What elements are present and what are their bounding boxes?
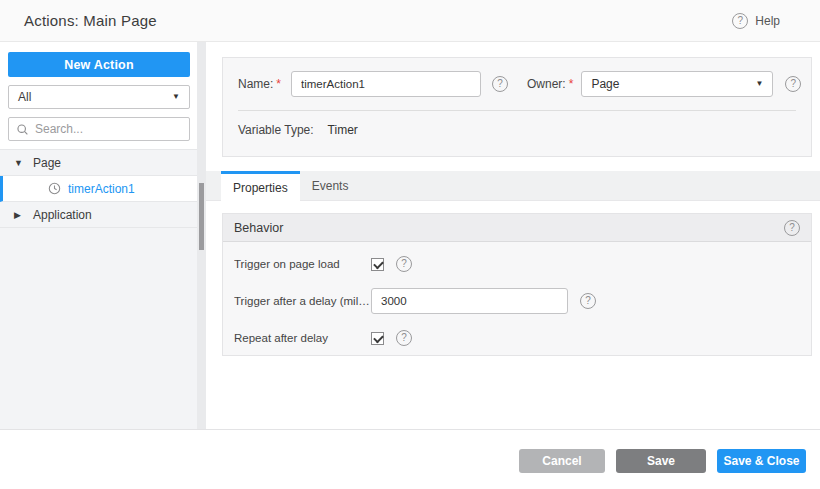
sidebar-controls: New Action All ▼ — [0, 42, 197, 141]
tabbar: Properties Events — [206, 171, 820, 201]
new-action-button[interactable]: New Action — [8, 52, 190, 77]
tree-item-timeraction1-label: timerAction1 — [68, 182, 135, 196]
name-owner-row: Name: * ? Owner: * Page ▼ ? — [223, 58, 811, 97]
titlebar: Actions: Main Page ? Help — [0, 0, 820, 42]
filter-dropdown-value: All — [18, 90, 31, 104]
trigger-on-page-load-checkbox[interactable] — [371, 258, 384, 271]
variable-type-label: Variable Type: — [238, 123, 314, 137]
chevron-down-icon: ▼ — [755, 80, 763, 88]
trigger-delay-row: Trigger after a delay (millisec... ? — [234, 288, 800, 314]
tab-properties[interactable]: Properties — [221, 171, 300, 202]
help-icon: ? — [732, 13, 748, 29]
save-button[interactable]: Save — [616, 449, 706, 473]
tree-item-timeraction1[interactable]: timerAction1 — [0, 176, 197, 202]
trigger-on-page-load-label: Trigger on page load — [234, 258, 371, 270]
page-title: Actions: Main Page — [24, 12, 157, 29]
tree-collapsed-icon[interactable]: ▶ — [14, 210, 24, 220]
behavior-section-header: Behavior ? — [223, 214, 811, 242]
actions-tree: ▼ Page timerAction1 ▶ Application — [0, 149, 197, 429]
sidebar: New Action All ▼ ▼ Page — [0, 42, 197, 429]
behavior-body: Trigger on page load ? Trigger after a d… — [223, 242, 811, 350]
tree-group-page-label: Page — [33, 156, 61, 170]
repeat-after-delay-label: Repeat after delay — [234, 332, 371, 344]
repeat-after-delay-checkbox[interactable] — [371, 332, 384, 345]
cancel-button[interactable]: Cancel — [519, 449, 605, 473]
save-and-close-button[interactable]: Save & Close — [717, 449, 806, 473]
behavior-help-icon[interactable]: ? — [784, 220, 800, 236]
main-content: Name: * ? Owner: * Page ▼ ? Variable Typ… — [206, 42, 820, 429]
repeat-after-delay-row: Repeat after delay ? — [234, 326, 800, 350]
name-field[interactable] — [291, 71, 481, 97]
trigger-delay-help-icon[interactable]: ? — [580, 293, 596, 309]
tree-group-page[interactable]: ▼ Page — [0, 150, 197, 176]
variable-type-value: Timer — [328, 123, 358, 137]
chevron-down-icon: ▼ — [172, 93, 180, 101]
help-label: Help — [755, 14, 780, 28]
trigger-delay-label: Trigger after a delay (millisec... — [234, 295, 371, 307]
owner-required-marker: * — [569, 77, 574, 91]
name-required-marker: * — [276, 77, 281, 91]
filter-dropdown[interactable]: All ▼ — [8, 85, 190, 109]
behavior-title: Behavior — [234, 221, 283, 235]
owner-select-value: Page — [591, 77, 619, 91]
owner-select[interactable]: Page ▼ — [581, 71, 773, 97]
help-link[interactable]: ? Help — [732, 13, 780, 29]
variable-type-row: Variable Type: Timer — [223, 111, 811, 137]
search-input[interactable] — [35, 122, 182, 136]
owner-label: Owner: — [527, 77, 566, 91]
owner-help-icon[interactable]: ? — [785, 76, 801, 92]
name-help-icon[interactable]: ? — [492, 76, 508, 92]
trigger-delay-field[interactable] — [371, 288, 568, 314]
trigger-on-page-load-row: Trigger on page load ? — [234, 252, 800, 276]
repeat-after-delay-help-icon[interactable]: ? — [396, 330, 412, 346]
footer: Cancel Save Save & Close — [0, 429, 820, 489]
search-icon — [16, 123, 29, 136]
tab-events[interactable]: Events — [300, 171, 361, 201]
sidebar-scrollbar-track[interactable] — [197, 42, 206, 429]
tree-group-application-label: Application — [33, 208, 92, 222]
tree-expanded-icon[interactable]: ▼ — [14, 158, 24, 168]
timer-clock-icon — [48, 182, 61, 195]
details-panel: Name: * ? Owner: * Page ▼ ? Variable Typ… — [222, 57, 812, 157]
sidebar-scrollbar-thumb[interactable] — [199, 183, 204, 250]
search-box — [8, 117, 190, 141]
tree-group-application[interactable]: ▶ Application — [0, 202, 197, 228]
name-label: Name: — [238, 77, 273, 91]
behavior-panel: Behavior ? Trigger on page load ? Trigge… — [222, 213, 812, 356]
trigger-on-page-load-help-icon[interactable]: ? — [396, 256, 412, 272]
